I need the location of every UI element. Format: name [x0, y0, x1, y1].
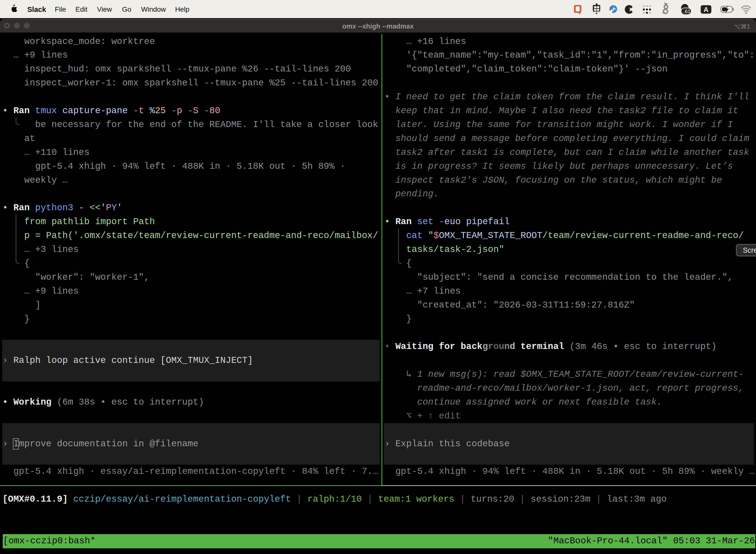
svg-text:..61: ..61 [682, 8, 691, 14]
svg-text:A: A [704, 6, 709, 13]
